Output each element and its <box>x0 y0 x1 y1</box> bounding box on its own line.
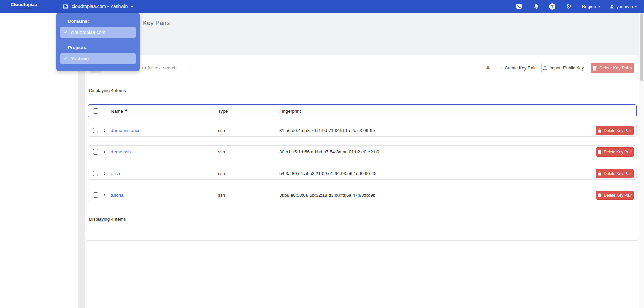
items-count-bottom: Displaying 4 items <box>89 217 126 222</box>
delete-key-pair-button[interactable]: Delete Key Pair <box>596 169 634 178</box>
key-pairs-page: Cloudtopiaa Your Cloud Partner cloudtopi… <box>0 0 644 308</box>
delete-key-pair-label: Delete Key Pair <box>604 193 632 198</box>
trash-icon <box>592 66 597 71</box>
notifications-bell-icon[interactable] <box>532 3 540 10</box>
column-header-fingerprint[interactable]: Fingerprint <box>279 109 301 114</box>
domain-option-label: cloudtopiaa.com <box>71 30 105 35</box>
delete-key-pairs-label: Delete Key Pairs <box>599 65 632 71</box>
trash-icon <box>598 171 602 176</box>
key-pair-name-link[interactable]: demo-ssh <box>111 149 131 155</box>
brand-logo-text: Cloudtopiaa <box>11 2 37 7</box>
row-checkbox[interactable] <box>93 149 98 155</box>
import-public-key-button[interactable]: Import Public Key <box>541 63 585 73</box>
caret-down-icon: ▾ <box>131 4 133 9</box>
expand-chevron-icon[interactable]: › <box>104 127 106 134</box>
items-count-top: Displaying 4 items <box>89 88 126 93</box>
clear-search-icon[interactable]: ✖ <box>482 63 494 73</box>
delete-key-pair-label: Delete Key Pair <box>604 128 632 133</box>
list-card-icon <box>62 3 69 10</box>
domain-project-switcher[interactable]: cloudtopiaa.com • Yashwin ▾ <box>62 0 133 13</box>
key-pair-name-link[interactable]: jazzi <box>111 171 120 176</box>
region-menu[interactable]: Region ▾ <box>582 4 600 9</box>
username-label: yashwin <box>616 4 633 9</box>
key-pair-name-link[interactable]: tutorial <box>111 193 125 198</box>
delete-key-pair-label: Delete Key Pair <box>604 171 632 176</box>
delete-key-pair-label: Delete Key Pair <box>604 150 632 155</box>
caret-down-icon: ▾ <box>598 5 600 8</box>
user-menu[interactable]: yashwin ▾ <box>609 4 637 9</box>
domains-heading: Domains: <box>68 19 89 24</box>
trash-icon <box>598 150 602 154</box>
table-footer-divider <box>88 213 637 213</box>
project-option-yashwin[interactable]: ✔ Yashwin <box>60 53 136 64</box>
create-key-pair-button[interactable]: + Create Key Pair <box>496 63 539 73</box>
key-pair-fingerprint: 30:b1:15:1d:66:dd:bd:a7:54:3a:ba:01:b2:e… <box>279 149 379 155</box>
key-pair-type: ssh <box>218 171 225 176</box>
projects-heading: Projects: <box>68 45 88 50</box>
region-label: Region <box>582 4 596 9</box>
key-pair-fingerprint: 31:a6:d0:45:58:70:f1:9d:71:f2:fd:1a:2c:c… <box>279 128 375 133</box>
brand-logo-tagline: Your Cloud Partner <box>15 7 33 9</box>
domain-project-dropdown: Domains: ✔ cloudtopiaa.com Projects: ✔ Y… <box>56 13 140 71</box>
domain-option-cloudtopiaa[interactable]: ✔ cloudtopiaa.com <box>60 27 136 38</box>
trash-icon <box>598 128 602 133</box>
upload-icon <box>543 66 547 71</box>
delete-key-pairs-button[interactable]: Delete Key Pairs <box>591 63 634 73</box>
delete-key-pair-button[interactable]: Delete Key Pair <box>596 191 634 200</box>
table-row: › jazzi ssh b4:3a:80:c4:af:53:21:09:e1:6… <box>88 167 637 180</box>
key-pairs-panel: ✖ + Create Key Pair Import Public Key De… <box>85 55 639 241</box>
settings-gear-icon[interactable]: ⚙ <box>565 3 572 10</box>
help-icon[interactable]: ? <box>549 3 555 10</box>
table-row: › demo-instance ssh 31:a6:d0:45:58:70:f1… <box>88 124 637 137</box>
trash-icon <box>598 193 602 197</box>
column-header-name[interactable]: Name <box>111 109 123 114</box>
scrollbar-thumb[interactable] <box>640 13 643 81</box>
top-navbar: Cloudtopiaa Your Cloud Partner cloudtopi… <box>0 0 644 13</box>
vertical-scrollbar[interactable] <box>639 13 644 308</box>
key-pair-fingerprint: 3f:b8:a8:58:08:5b:32:18:d3:b0:fd:6a:47:9… <box>279 193 375 198</box>
user-icon <box>609 4 614 9</box>
key-pair-type: ssh <box>218 149 225 155</box>
delete-key-pair-button[interactable]: Delete Key Pair <box>596 126 634 135</box>
expand-chevron-icon[interactable]: › <box>104 170 106 177</box>
table-row: › demo-ssh ssh 30:b1:15:1d:66:dd:bd:a7:5… <box>88 145 637 158</box>
search-input[interactable] <box>101 63 482 73</box>
table-row: › tutorial ssh 3f:b8:a8:58:08:5b:32:18:d… <box>88 189 637 201</box>
check-icon: ✔ <box>64 56 67 61</box>
expand-chevron-icon[interactable]: › <box>104 148 106 155</box>
project-option-label: Yashwin <box>71 56 89 61</box>
search-bar: ✖ <box>90 63 494 73</box>
import-public-key-label: Import Public Key <box>550 65 584 71</box>
sort-ascending-icon: ▲ <box>125 108 128 111</box>
select-all-checkbox[interactable] <box>93 108 98 114</box>
key-pair-type: ssh <box>218 193 225 198</box>
delete-key-pair-button[interactable]: Delete Key Pair <box>596 147 634 157</box>
key-pair-name-link[interactable]: demo-instance <box>111 128 141 133</box>
check-icon: ✔ <box>64 30 67 35</box>
table-header-row: Name ▲ Type Fingerprint <box>88 104 637 117</box>
brand-logo[interactable]: Cloudtopiaa Your Cloud Partner <box>11 2 37 9</box>
page-title: Key Pairs <box>142 19 170 27</box>
navbar-actions: ? ⚙ Region ▾ yashwin ▾ <box>515 0 637 13</box>
domain-project-label: cloudtopiaa.com • Yashwin <box>72 4 128 9</box>
key-pair-fingerprint: b4:3a:80:c4:af:53:21:09:e1:64:03:e6:1d:f… <box>279 171 376 176</box>
key-pair-type: ssh <box>218 128 225 133</box>
create-key-pair-label: Create Key Pair <box>505 65 536 71</box>
caret-down-icon: ▾ <box>635 5 637 8</box>
plus-icon: + <box>500 65 502 71</box>
row-checkbox[interactable] <box>93 192 98 198</box>
row-checkbox[interactable] <box>93 171 98 176</box>
console-icon[interactable] <box>515 3 523 10</box>
expand-chevron-icon[interactable]: › <box>104 192 106 198</box>
row-checkbox[interactable] <box>93 128 98 133</box>
column-header-type[interactable]: Type <box>218 109 228 114</box>
